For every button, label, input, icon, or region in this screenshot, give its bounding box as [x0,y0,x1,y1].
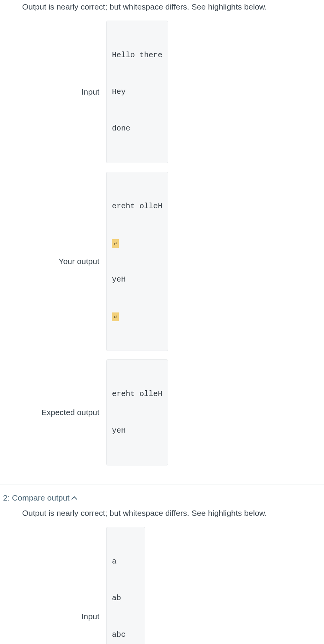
output-line: ereht olleH [112,200,162,213]
section-header[interactable]: 2: Compare output [0,485,324,506]
output-line: ↵ [112,310,162,322]
your-output-row: Your output ereht olleH ↵ yeH ↵ [0,172,324,351]
input-label: Input [22,612,106,621]
input-box: Hello there Hey done [106,21,168,163]
expected-line: ereht olleH [112,388,162,400]
expected-line: yeH [112,425,162,437]
compare-section-2: 2: Compare output Output is nearly corre… [0,485,324,644]
input-line: ab [112,592,139,604]
newline-highlight-icon: ↵ [112,312,119,321]
input-line: a [112,555,139,568]
input-label: Input [22,87,106,97]
output-line: ↵ [112,237,162,249]
input-line: Hello there [112,49,162,61]
input-line: done [112,122,162,135]
input-line: Hey [112,86,162,98]
your-output-label: Your output [22,257,106,266]
input-row: Input Hello there Hey done [0,21,324,163]
status-message: Output is nearly correct; but whitespace… [0,0,324,21]
expected-output-box: ereht olleH yeH [106,359,168,465]
chevron-up-icon [72,496,76,500]
your-output-box: ereht olleH ↵ yeH ↵ [106,172,168,351]
status-message: Output is nearly correct; but whitespace… [0,506,324,527]
output-line: yeH [112,274,162,286]
compare-section-1: Output is nearly correct; but whitespace… [0,0,324,485]
input-line: abc [112,629,139,641]
expected-output-row: Expected output ereht olleH yeH [0,359,324,465]
expected-output-label: Expected output [22,408,106,417]
section-title: 2: Compare output [3,493,70,502]
newline-highlight-icon: ↵ [112,239,119,248]
input-row: Input a ab abc d [0,527,324,644]
input-box: a ab abc d [106,527,145,644]
